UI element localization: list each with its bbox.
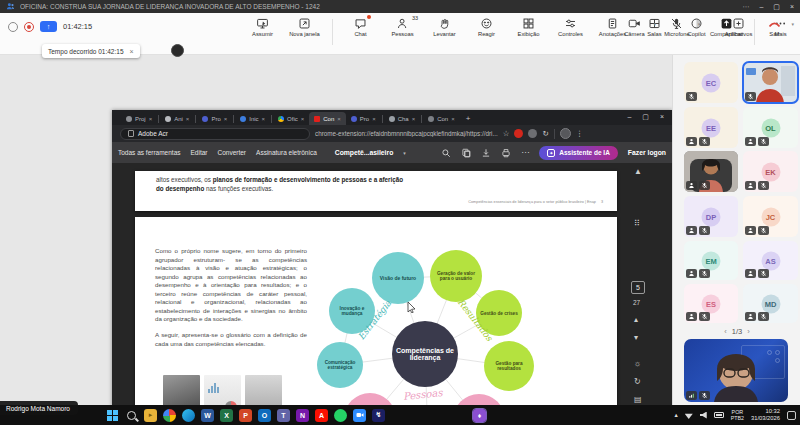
profile-avatar[interactable] [560,128,571,139]
exibicao-button[interactable]: Exibição [512,17,545,37]
browser-tab[interactable]: Con× [423,112,460,125]
language-indicator[interactable]: PORPTB2 [731,409,744,421]
word-icon[interactable]: W [201,409,214,422]
whatsapp-icon[interactable] [334,409,347,422]
print-icon[interactable] [501,148,511,158]
menu-editar[interactable]: Editar [191,149,208,156]
levantar-button[interactable]: Levantar [428,17,461,37]
camera-options-chevron[interactable]: ▾ [653,21,656,27]
acrobat-icon[interactable]: A [315,409,328,422]
browser-tab-active[interactable]: Con× [309,112,346,125]
page-number-input[interactable]: 5 [631,281,645,294]
browser-tab[interactable]: Ofic× [273,112,309,125]
camera-button[interactable]: Câmera [619,17,649,37]
ai-assistant-button[interactable]: ✦ Assistente de IA [539,146,618,160]
edge-icon[interactable] [182,409,195,422]
powerpoint-icon[interactable]: P [239,409,252,422]
hidden-icons-chevron[interactable]: ▴ [674,411,677,419]
share-button[interactable]: Compartilhar [704,17,748,37]
rotate-icon[interactable]: ↻ [634,377,641,386]
toolbar-more-icon[interactable]: ⋯ [521,148,529,157]
reagir-button[interactable]: Reagir [470,17,503,37]
scroll-up-icon[interactable]: ▲ [634,167,642,176]
menu-assinatura[interactable]: Assinatura eletrônica [256,149,317,156]
pause-recording-icon[interactable] [8,22,18,32]
address-url[interactable]: chrome-extension://efaidnbmnnnibpcajpcgk… [315,130,498,137]
outlook-icon[interactable]: O [258,409,271,422]
tab-close-icon[interactable]: × [224,116,228,122]
pages-icon[interactable] [461,148,471,158]
participant-tile[interactable]: OL [743,107,798,148]
participant-tile[interactable]: EM [684,241,738,280]
participant-tile[interactable]: DP [684,196,738,237]
taskbar-clock[interactable]: 10:3231/03/2026 [751,408,780,422]
browser-menu-kebab-icon[interactable]: ⋮ [576,129,584,138]
participant-tile[interactable]: ES [684,284,738,323]
tooltip-close-icon[interactable]: × [130,48,134,55]
browser-tab[interactable]: Cha× [384,112,421,125]
menu-converter[interactable]: Converter [218,149,247,156]
browser-tab[interactable]: Pro× [197,112,232,125]
browser-tab[interactable]: Proj× [121,112,157,125]
tab-close-icon[interactable]: × [412,116,416,122]
participant-tile[interactable]: JC [743,196,798,237]
volume-icon[interactable] [700,412,707,419]
zoom-app-icon[interactable] [353,409,366,422]
browser-tab[interactable]: Ani× [160,112,194,125]
window-close-button[interactable]: × [790,3,794,10]
tab-close-icon[interactable]: × [337,116,341,122]
page-next-icon[interactable]: › [747,327,750,336]
leave-button[interactable]: Sair [761,17,787,37]
fit-page-icon[interactable]: ▤ [634,395,642,404]
participant-tile[interactable] [684,151,738,192]
browser-tab[interactable]: Inic× [235,112,270,125]
taskbar-search-button[interactable] [125,409,138,422]
page-up-icon[interactable]: ▴ [634,315,638,324]
login-button[interactable]: Fazer logon [628,149,666,156]
floating-round-button[interactable] [171,44,184,57]
participant-tile[interactable]: AS [743,241,798,280]
new-tab-button[interactable]: + [466,114,471,123]
excel-icon[interactable]: X [220,409,233,422]
tab-close-icon[interactable]: × [262,116,266,122]
participant-tile[interactable]: MD [743,284,798,323]
pessoas-button[interactable]: 33 Pessoas [386,17,419,37]
tab-close-icon[interactable]: × [149,116,153,122]
search-icon[interactable] [441,148,451,158]
browser-tab[interactable]: Pro× [346,112,381,125]
battery-icon[interactable] [714,412,724,418]
participant-tile-active-speaker[interactable] [743,62,798,103]
browser-minimize-button[interactable]: – [627,113,631,121]
participant-tile[interactable]: EK [743,151,798,192]
tab-close-icon[interactable]: × [186,116,190,122]
microphone-button[interactable]: Microfone [660,17,694,37]
leave-options-chevron[interactable]: ▾ [791,21,794,27]
self-view-video[interactable] [684,339,788,402]
page-down-icon[interactable]: ▾ [634,333,638,342]
tab-close-icon[interactable]: × [301,116,305,122]
window-more-button[interactable]: ⋯ [742,3,749,11]
share-indicator-icon[interactable]: ↑ [40,21,57,32]
chrome-icon[interactable] [163,409,176,422]
browser-close-button[interactable]: × [660,113,664,121]
microphone-options-chevron[interactable]: ▾ [698,21,701,27]
menu-todas-ferramentas[interactable]: Todas as ferramentas [118,149,181,156]
notification-center-icon[interactable] [787,411,796,420]
active-app-icon[interactable]: ♦ [473,409,486,422]
teams-icon[interactable]: T [277,409,290,422]
nova-janela-button[interactable]: Nova janela [288,17,321,37]
refresh-icon[interactable]: ↻ [542,129,548,138]
controles-button[interactable]: Controles [554,17,587,37]
start-button[interactable] [106,409,119,422]
window-maximize-button[interactable]: ▢ [773,3,780,11]
extension-icon[interactable] [528,129,537,138]
assumir-button[interactable]: Assumir [246,17,279,37]
doc-title-chevron-icon[interactable]: ▾ [403,150,406,156]
record-icon[interactable] [24,22,34,32]
wifi-icon[interactable] [685,411,693,419]
download-icon[interactable] [481,148,491,158]
file-explorer-icon[interactable]: ▸ [144,409,157,422]
tab-close-icon[interactable]: × [372,116,376,122]
display-settings-icon[interactable]: ☼ [634,359,641,368]
bookmark-star-icon[interactable]: ☆ [503,129,510,138]
